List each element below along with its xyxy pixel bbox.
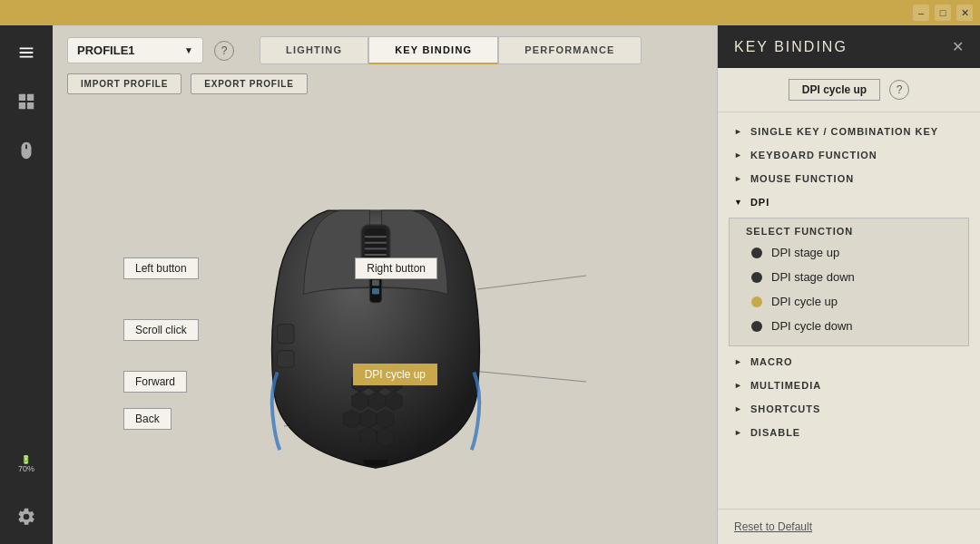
forward-label[interactable]: Forward bbox=[123, 371, 187, 393]
cat-label-shortcuts: SHORTCUTS bbox=[750, 403, 820, 414]
mouse-area: Left button Right button Scroll click DP… bbox=[53, 102, 717, 544]
dpi-select-section: SELECT FUNCTION DPI stage up DPI stage d… bbox=[729, 218, 969, 346]
cat-label-disable: DISABLE bbox=[750, 427, 800, 438]
sidebar-settings-icon[interactable] bbox=[10, 500, 43, 533]
close-button[interactable]: ✕ bbox=[956, 5, 973, 21]
profile-select[interactable]: PROFILE1 ▼ bbox=[67, 37, 203, 63]
svg-rect-16 bbox=[278, 351, 295, 368]
category-macro[interactable]: ► MACRO bbox=[718, 350, 980, 374]
cat-arrow-single: ► bbox=[734, 127, 743, 136]
cat-arrow-dpi: ▼ bbox=[734, 198, 743, 207]
dpi-cycle-up-dot bbox=[751, 296, 762, 307]
svg-rect-14 bbox=[372, 288, 379, 295]
category-shortcuts[interactable]: ► SHORTCUTS bbox=[718, 397, 980, 421]
cat-label-dpi: DPI bbox=[750, 197, 769, 208]
left-button-label[interactable]: Left button bbox=[123, 257, 199, 279]
battery-info: 🔋 70% bbox=[18, 455, 34, 473]
right-panel-header: KEY BINDING ✕ bbox=[718, 25, 980, 68]
cat-label-multimedia: MULTIMEDIA bbox=[750, 380, 821, 391]
cat-arrow-macro: ► bbox=[734, 357, 743, 366]
cat-label-single: SINGLE KEY / COMBINATION KEY bbox=[750, 126, 938, 137]
back-label[interactable]: Back bbox=[123, 408, 172, 430]
topbar: PROFILE1 ▼ ? LIGHTING KEY BINDING PERFOR… bbox=[53, 25, 717, 72]
profile-buttons: IMPORT PROFILE EXPORT PROFILE bbox=[53, 72, 717, 102]
category-mouse-function[interactable]: ► MOUSE FUNCTION bbox=[718, 167, 980, 190]
category-keyboard[interactable]: ► KEYBOARD FUNCTION bbox=[718, 143, 980, 167]
profile-label: PROFILE1 bbox=[77, 44, 135, 57]
sidebar: 🔋 70% bbox=[0, 25, 53, 544]
dpi-cycle-up-option[interactable]: DPI cycle up bbox=[730, 289, 968, 314]
cat-arrow-multimedia: ► bbox=[734, 381, 743, 390]
category-list: ► SINGLE KEY / COMBINATION KEY ► KEYBOAR… bbox=[718, 112, 980, 452]
sidebar-grid-icon[interactable] bbox=[10, 85, 43, 118]
cat-label-macro: MACRO bbox=[750, 356, 793, 367]
battery-percent: 70% bbox=[18, 464, 34, 473]
category-single-key[interactable]: ► SINGLE KEY / COMBINATION KEY bbox=[718, 120, 980, 143]
dpi-cycle-down-label: DPI cycle down bbox=[771, 319, 853, 333]
tab-lighting[interactable]: LIGHTING bbox=[260, 36, 368, 64]
profile-help-icon[interactable]: ? bbox=[214, 41, 234, 61]
nav-tabs: LIGHTING KEY BINDING PERFORMANCE bbox=[260, 36, 642, 64]
dpi-stage-down-dot bbox=[751, 272, 762, 283]
tab-performance[interactable]: PERFORMANCE bbox=[498, 36, 641, 64]
import-profile-button[interactable]: IMPORT PROFILE bbox=[67, 73, 181, 94]
maximize-button[interactable]: □ bbox=[935, 5, 951, 21]
dpi-stage-down-label: DPI stage down bbox=[771, 270, 855, 284]
dpi-stage-up-option[interactable]: DPI stage up bbox=[730, 240, 968, 265]
right-panel-title: KEY BINDING bbox=[734, 39, 848, 55]
dpi-cycle-down-option[interactable]: DPI cycle down bbox=[730, 314, 968, 338]
title-bar: – □ ✕ bbox=[0, 0, 980, 25]
svg-rect-15 bbox=[278, 325, 295, 344]
reset-to-default-link[interactable]: Reset to Default bbox=[734, 520, 812, 533]
reset-bar: Reset to Default bbox=[718, 509, 980, 544]
svg-rect-28 bbox=[364, 460, 387, 466]
current-binding: DPI cycle up ? bbox=[718, 68, 980, 112]
main-layout: 🔋 70% PROFILE1 ▼ ? LIGHTING KEY BINDING … bbox=[0, 25, 980, 544]
dpi-stage-up-label: DPI stage up bbox=[771, 246, 839, 259]
cat-arrow-mouse: ► bbox=[734, 174, 743, 183]
svg-rect-13 bbox=[372, 280, 379, 287]
right-button-label[interactable]: Right button bbox=[355, 257, 437, 279]
category-dpi[interactable]: ▼ DPI bbox=[718, 190, 980, 214]
mouse-svg bbox=[249, 151, 503, 486]
sidebar-devices-icon[interactable] bbox=[10, 36, 43, 69]
cat-arrow-shortcuts: ► bbox=[734, 404, 743, 413]
cat-label-keyboard: KEYBOARD FUNCTION bbox=[750, 150, 877, 160]
right-panel-close[interactable]: ✕ bbox=[952, 38, 964, 55]
category-multimedia[interactable]: ► MULTIMEDIA bbox=[718, 374, 980, 397]
dpi-cycle-down-dot bbox=[751, 321, 762, 332]
right-panel: KEY BINDING ✕ DPI cycle up ? ► SINGLE KE… bbox=[717, 25, 980, 544]
dpi-cycle-up-label[interactable]: DPI cycle up bbox=[353, 364, 437, 385]
select-function-header: SELECT FUNCTION bbox=[730, 219, 968, 240]
dpi-stage-up-dot bbox=[751, 248, 762, 258]
binding-help-icon[interactable]: ? bbox=[889, 80, 909, 100]
cat-arrow-disable: ► bbox=[734, 428, 743, 437]
tab-key-binding[interactable]: KEY BINDING bbox=[368, 36, 498, 64]
export-profile-button[interactable]: EXPORT PROFILE bbox=[191, 73, 307, 94]
mouse-image bbox=[249, 151, 521, 495]
cat-label-mouse: MOUSE FUNCTION bbox=[750, 173, 854, 184]
category-disable[interactable]: ► DISABLE bbox=[718, 421, 980, 444]
dpi-stage-down-option[interactable]: DPI stage down bbox=[730, 265, 968, 289]
profile-arrow: ▼ bbox=[184, 45, 193, 55]
scroll-click-label[interactable]: Scroll click bbox=[123, 319, 199, 341]
cat-arrow-keyboard: ► bbox=[734, 151, 743, 160]
minimize-button[interactable]: – bbox=[913, 5, 929, 21]
current-binding-tag: DPI cycle up bbox=[789, 79, 880, 101]
content-area: PROFILE1 ▼ ? LIGHTING KEY BINDING PERFOR… bbox=[53, 25, 717, 544]
sidebar-profile-icon[interactable] bbox=[10, 134, 43, 167]
dpi-cycle-up-label: DPI cycle up bbox=[771, 295, 838, 308]
